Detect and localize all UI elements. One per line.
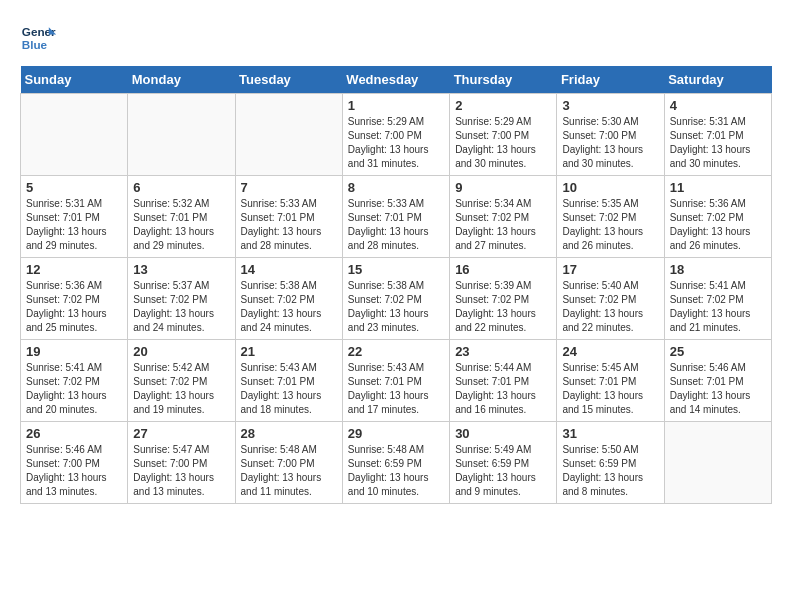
calendar-cell: 10Sunrise: 5:35 AMSunset: 7:02 PMDayligh… bbox=[557, 176, 664, 258]
day-number: 18 bbox=[670, 262, 766, 277]
calendar-cell: 30Sunrise: 5:49 AMSunset: 6:59 PMDayligh… bbox=[450, 422, 557, 504]
day-number: 19 bbox=[26, 344, 122, 359]
day-number: 24 bbox=[562, 344, 658, 359]
calendar-cell: 25Sunrise: 5:46 AMSunset: 7:01 PMDayligh… bbox=[664, 340, 771, 422]
day-number: 22 bbox=[348, 344, 444, 359]
calendar-cell: 26Sunrise: 5:46 AMSunset: 7:00 PMDayligh… bbox=[21, 422, 128, 504]
calendar-cell: 8Sunrise: 5:33 AMSunset: 7:01 PMDaylight… bbox=[342, 176, 449, 258]
week-row-1: 1Sunrise: 5:29 AMSunset: 7:00 PMDaylight… bbox=[21, 94, 772, 176]
day-info: Sunrise: 5:38 AMSunset: 7:02 PMDaylight:… bbox=[241, 279, 337, 335]
day-info: Sunrise: 5:39 AMSunset: 7:02 PMDaylight:… bbox=[455, 279, 551, 335]
day-number: 15 bbox=[348, 262, 444, 277]
header-sunday: Sunday bbox=[21, 66, 128, 94]
header-wednesday: Wednesday bbox=[342, 66, 449, 94]
calendar-cell: 31Sunrise: 5:50 AMSunset: 6:59 PMDayligh… bbox=[557, 422, 664, 504]
day-number: 30 bbox=[455, 426, 551, 441]
calendar-cell: 17Sunrise: 5:40 AMSunset: 7:02 PMDayligh… bbox=[557, 258, 664, 340]
day-info: Sunrise: 5:32 AMSunset: 7:01 PMDaylight:… bbox=[133, 197, 229, 253]
day-info: Sunrise: 5:35 AMSunset: 7:02 PMDaylight:… bbox=[562, 197, 658, 253]
day-info: Sunrise: 5:38 AMSunset: 7:02 PMDaylight:… bbox=[348, 279, 444, 335]
day-number: 31 bbox=[562, 426, 658, 441]
calendar-cell: 13Sunrise: 5:37 AMSunset: 7:02 PMDayligh… bbox=[128, 258, 235, 340]
day-number: 7 bbox=[241, 180, 337, 195]
day-info: Sunrise: 5:36 AMSunset: 7:02 PMDaylight:… bbox=[670, 197, 766, 253]
day-number: 20 bbox=[133, 344, 229, 359]
day-info: Sunrise: 5:31 AMSunset: 7:01 PMDaylight:… bbox=[26, 197, 122, 253]
calendar-cell: 16Sunrise: 5:39 AMSunset: 7:02 PMDayligh… bbox=[450, 258, 557, 340]
day-info: Sunrise: 5:48 AMSunset: 6:59 PMDaylight:… bbox=[348, 443, 444, 499]
calendar-cell: 4Sunrise: 5:31 AMSunset: 7:01 PMDaylight… bbox=[664, 94, 771, 176]
day-info: Sunrise: 5:46 AMSunset: 7:01 PMDaylight:… bbox=[670, 361, 766, 417]
header-monday: Monday bbox=[128, 66, 235, 94]
day-info: Sunrise: 5:46 AMSunset: 7:00 PMDaylight:… bbox=[26, 443, 122, 499]
calendar-cell: 20Sunrise: 5:42 AMSunset: 7:02 PMDayligh… bbox=[128, 340, 235, 422]
calendar-cell: 14Sunrise: 5:38 AMSunset: 7:02 PMDayligh… bbox=[235, 258, 342, 340]
calendar-cell: 18Sunrise: 5:41 AMSunset: 7:02 PMDayligh… bbox=[664, 258, 771, 340]
calendar-cell: 28Sunrise: 5:48 AMSunset: 7:00 PMDayligh… bbox=[235, 422, 342, 504]
svg-text:Blue: Blue bbox=[22, 38, 48, 51]
day-number: 26 bbox=[26, 426, 122, 441]
day-number: 29 bbox=[348, 426, 444, 441]
day-info: Sunrise: 5:33 AMSunset: 7:01 PMDaylight:… bbox=[348, 197, 444, 253]
day-info: Sunrise: 5:37 AMSunset: 7:02 PMDaylight:… bbox=[133, 279, 229, 335]
week-row-4: 19Sunrise: 5:41 AMSunset: 7:02 PMDayligh… bbox=[21, 340, 772, 422]
logo-icon: General Blue bbox=[20, 20, 56, 56]
day-info: Sunrise: 5:47 AMSunset: 7:00 PMDaylight:… bbox=[133, 443, 229, 499]
day-number: 13 bbox=[133, 262, 229, 277]
day-number: 2 bbox=[455, 98, 551, 113]
day-info: Sunrise: 5:36 AMSunset: 7:02 PMDaylight:… bbox=[26, 279, 122, 335]
calendar-cell bbox=[235, 94, 342, 176]
day-info: Sunrise: 5:48 AMSunset: 7:00 PMDaylight:… bbox=[241, 443, 337, 499]
calendar-cell: 11Sunrise: 5:36 AMSunset: 7:02 PMDayligh… bbox=[664, 176, 771, 258]
header-tuesday: Tuesday bbox=[235, 66, 342, 94]
day-number: 10 bbox=[562, 180, 658, 195]
day-number: 5 bbox=[26, 180, 122, 195]
day-number: 23 bbox=[455, 344, 551, 359]
calendar-cell: 24Sunrise: 5:45 AMSunset: 7:01 PMDayligh… bbox=[557, 340, 664, 422]
calendar-cell: 2Sunrise: 5:29 AMSunset: 7:00 PMDaylight… bbox=[450, 94, 557, 176]
calendar-cell: 7Sunrise: 5:33 AMSunset: 7:01 PMDaylight… bbox=[235, 176, 342, 258]
day-info: Sunrise: 5:41 AMSunset: 7:02 PMDaylight:… bbox=[26, 361, 122, 417]
calendar-cell: 19Sunrise: 5:41 AMSunset: 7:02 PMDayligh… bbox=[21, 340, 128, 422]
calendar-cell: 23Sunrise: 5:44 AMSunset: 7:01 PMDayligh… bbox=[450, 340, 557, 422]
day-info: Sunrise: 5:30 AMSunset: 7:00 PMDaylight:… bbox=[562, 115, 658, 171]
day-number: 6 bbox=[133, 180, 229, 195]
day-number: 8 bbox=[348, 180, 444, 195]
calendar-cell bbox=[128, 94, 235, 176]
week-row-2: 5Sunrise: 5:31 AMSunset: 7:01 PMDaylight… bbox=[21, 176, 772, 258]
day-info: Sunrise: 5:45 AMSunset: 7:01 PMDaylight:… bbox=[562, 361, 658, 417]
day-number: 16 bbox=[455, 262, 551, 277]
day-number: 14 bbox=[241, 262, 337, 277]
calendar-cell: 15Sunrise: 5:38 AMSunset: 7:02 PMDayligh… bbox=[342, 258, 449, 340]
day-number: 1 bbox=[348, 98, 444, 113]
header-saturday: Saturday bbox=[664, 66, 771, 94]
day-number: 11 bbox=[670, 180, 766, 195]
calendar-cell: 29Sunrise: 5:48 AMSunset: 6:59 PMDayligh… bbox=[342, 422, 449, 504]
day-number: 17 bbox=[562, 262, 658, 277]
day-info: Sunrise: 5:29 AMSunset: 7:00 PMDaylight:… bbox=[455, 115, 551, 171]
day-number: 3 bbox=[562, 98, 658, 113]
calendar-cell bbox=[21, 94, 128, 176]
calendar-table: SundayMondayTuesdayWednesdayThursdayFrid… bbox=[20, 66, 772, 504]
day-number: 12 bbox=[26, 262, 122, 277]
calendar-cell: 1Sunrise: 5:29 AMSunset: 7:00 PMDaylight… bbox=[342, 94, 449, 176]
day-number: 28 bbox=[241, 426, 337, 441]
calendar-cell: 3Sunrise: 5:30 AMSunset: 7:00 PMDaylight… bbox=[557, 94, 664, 176]
week-row-3: 12Sunrise: 5:36 AMSunset: 7:02 PMDayligh… bbox=[21, 258, 772, 340]
day-number: 21 bbox=[241, 344, 337, 359]
day-info: Sunrise: 5:41 AMSunset: 7:02 PMDaylight:… bbox=[670, 279, 766, 335]
day-number: 27 bbox=[133, 426, 229, 441]
day-info: Sunrise: 5:40 AMSunset: 7:02 PMDaylight:… bbox=[562, 279, 658, 335]
calendar-cell: 27Sunrise: 5:47 AMSunset: 7:00 PMDayligh… bbox=[128, 422, 235, 504]
header-friday: Friday bbox=[557, 66, 664, 94]
calendar-cell: 6Sunrise: 5:32 AMSunset: 7:01 PMDaylight… bbox=[128, 176, 235, 258]
week-row-5: 26Sunrise: 5:46 AMSunset: 7:00 PMDayligh… bbox=[21, 422, 772, 504]
calendar-cell: 12Sunrise: 5:36 AMSunset: 7:02 PMDayligh… bbox=[21, 258, 128, 340]
calendar-cell: 22Sunrise: 5:43 AMSunset: 7:01 PMDayligh… bbox=[342, 340, 449, 422]
day-info: Sunrise: 5:50 AMSunset: 6:59 PMDaylight:… bbox=[562, 443, 658, 499]
calendar-cell: 9Sunrise: 5:34 AMSunset: 7:02 PMDaylight… bbox=[450, 176, 557, 258]
day-info: Sunrise: 5:34 AMSunset: 7:02 PMDaylight:… bbox=[455, 197, 551, 253]
day-number: 4 bbox=[670, 98, 766, 113]
day-info: Sunrise: 5:44 AMSunset: 7:01 PMDaylight:… bbox=[455, 361, 551, 417]
day-info: Sunrise: 5:49 AMSunset: 6:59 PMDaylight:… bbox=[455, 443, 551, 499]
